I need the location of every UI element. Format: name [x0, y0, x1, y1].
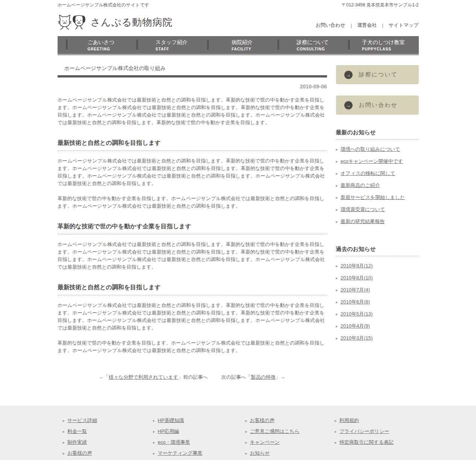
header: さんぷる動物病院 お問い合わせ | 運営会社 | サイトマップ: [0, 10, 476, 36]
list-item: HP基礎知識: [153, 415, 240, 426]
article: ホームページサンプル株式会社の取り組み 2010-09-06 ホームページサンプ…: [58, 65, 327, 381]
section-heading: 最新技術と自然との調和を目指します: [58, 139, 327, 151]
archive-link[interactable]: 2010年8月(10): [341, 275, 373, 281]
list-item: 環境への取り組みについて: [336, 143, 419, 155]
nav-item-staff[interactable]: スタッフ紹介 STAFF: [136, 36, 207, 54]
footer-link[interactable]: サービス詳細: [67, 417, 97, 423]
postal-address: 〒012-3456 見本県見本市サンプル1-2: [342, 2, 419, 8]
footer-link[interactable]: 特定商取引に関する表記: [339, 439, 394, 445]
arrow-circle-icon: [344, 101, 353, 109]
list-item: 2010年7月(4): [336, 284, 419, 296]
nav-item-greeting[interactable]: ごあいさつ GREETING: [66, 36, 137, 54]
footer-column-business: HP基礎知識 HP応用編 eco・環境事業 マーケティング事業: [148, 415, 240, 460]
title-underline: [58, 75, 327, 77]
footer-link[interactable]: お客様の声: [67, 450, 92, 456]
list-item: サービス詳細: [63, 415, 148, 426]
latest-news-block: 最新のお知らせ 環境への取り組みについて ecoキャンペーン開催中です オフィス…: [336, 129, 419, 228]
nav-label: ごあいさつ: [87, 39, 114, 46]
footer-column-legal: 利用規約 プライバシーポリシー 特定商取引に関する表記: [330, 415, 419, 460]
section-paragraph: ホームページサンプル株式会社では最新技術と自然との調和を目指します。革新的な技術…: [58, 157, 327, 187]
footer-link[interactable]: 制作実績: [67, 439, 87, 445]
site-note: ホームページサンプル株式会社のサイトです: [58, 2, 149, 8]
cat-dog-logo-icon: [58, 13, 87, 32]
nav-label: 病院紹介: [231, 39, 252, 46]
list-item: 2010年8月(10): [336, 272, 419, 284]
next-article-link[interactable]: 製品の特徴: [251, 374, 275, 380]
section-paragraph: ホームページサンプル株式会社では最新技術と自然との調和を目指します。革新的な技術…: [58, 241, 327, 271]
list-item: 利用規約: [335, 415, 419, 426]
next-article-suffix: 」→: [275, 374, 285, 380]
sidebar-button-consulting[interactable]: 診察について: [336, 65, 419, 84]
archive-list: 2010年9月(12) 2010年8月(10) 2010年7月(4) 2010年…: [336, 260, 419, 344]
footer-column-voice: お客様の声 ご意見ご感想はこちら キャンペーン お知らせ: [240, 415, 330, 460]
site-logo[interactable]: さんぷる動物病院: [58, 13, 173, 32]
news-link[interactable]: オフィスの移転に関して: [341, 170, 395, 176]
prev-article-prefix: ←「: [99, 374, 109, 380]
footer-link[interactable]: お知らせ: [250, 450, 270, 456]
news-link[interactable]: 最新の研究結果報告: [341, 219, 385, 224]
latest-news-list: 環境への取り組みについて ecoキャンペーン開催中です オフィスの移転に関して …: [336, 143, 419, 228]
list-item: HP応用編: [153, 426, 240, 437]
archive-link[interactable]: 2010年5月(13): [341, 311, 373, 317]
footer-link[interactable]: HP基礎知識: [158, 417, 184, 423]
list-item: 2010年9月(12): [336, 260, 419, 272]
list-item: 環境賞受賞について: [336, 203, 419, 216]
nav-label: 診察について: [297, 39, 328, 46]
section-heading: 最新技術と自然との調和を目指します: [58, 284, 327, 295]
nav-item-facility[interactable]: 病院紹介 FACILITY: [207, 36, 278, 54]
separator: |: [382, 23, 383, 28]
nav-item-puppyclass[interactable]: 子犬のしつけ教室 PUPPYCLASS: [348, 36, 419, 54]
footer-link[interactable]: ご意見ご感想はこちら: [250, 428, 300, 434]
list-item: オフィスの移転に関して: [336, 167, 419, 179]
article-intro: ホームページサンプル株式会社では最新技術と自然との調和を目指します。革新的な技術…: [58, 96, 327, 126]
news-link[interactable]: 新規サービスを開始しました: [341, 194, 405, 200]
list-item: ecoキャンペーン開催中です: [336, 155, 419, 167]
archive-link[interactable]: 2010年7月(4): [341, 287, 370, 293]
archive-link[interactable]: 2010年9月(12): [341, 263, 373, 269]
footer-link[interactable]: お客様の声: [250, 417, 275, 423]
news-link[interactable]: ecoキャンペーン開催中です: [341, 158, 403, 164]
archive-link[interactable]: 2010年3月(15): [341, 335, 373, 341]
footer-link[interactable]: HP応用編: [158, 428, 179, 434]
footer-column-services: サービス詳細 料金一覧 制作実績 お客様の声 会社概要: [58, 415, 148, 460]
news-link[interactable]: 環境への取り組みについて: [341, 146, 400, 152]
list-item: 新規サービスを開始しました: [336, 191, 419, 203]
footer-link[interactable]: eco・環境事業: [158, 439, 190, 445]
latest-news-title: 最新のお知らせ: [336, 129, 419, 140]
news-link[interactable]: 環境賞受賞について: [341, 206, 385, 212]
section-paragraph: 革新的な技術で世の中を動かす企業を目指します。ホームページサンプル株式会社では最…: [58, 195, 327, 210]
news-link[interactable]: 最新商品のご紹介: [341, 182, 380, 188]
header-link-sitemap[interactable]: サイトマップ: [389, 22, 419, 29]
prev-article-link[interactable]: 様々な分野で利用されています: [109, 374, 178, 380]
sidebar: 診察について お問い合わせ 最新のお知らせ 環境への取り組みについて ecoキャ…: [336, 65, 419, 381]
nav-item-consulting[interactable]: 診察について CONSULTING: [277, 36, 348, 54]
header-link-company[interactable]: 運営会社: [357, 22, 377, 29]
nav-sublabel: PUPPYCLASS: [362, 47, 405, 51]
nav-sublabel: STAFF: [155, 47, 187, 51]
separator: |: [351, 23, 352, 28]
archive-link[interactable]: 2010年4月(9): [341, 323, 370, 329]
footer-link[interactable]: 料金一覧: [67, 428, 87, 434]
list-item: お客様の声: [63, 448, 148, 459]
footer-link[interactable]: マーケティング事業: [158, 450, 202, 456]
list-item: キャンペーン: [245, 437, 330, 448]
article-date: 2010-09-06: [58, 83, 327, 90]
footer-link[interactable]: キャンペーン: [250, 439, 280, 445]
next-article-prefix: 次の記事へ「: [221, 374, 251, 380]
list-item: 制作実績: [63, 437, 148, 448]
global-nav: ごあいさつ GREETING スタッフ紹介 STAFF 病院紹介 FACILIT…: [58, 36, 419, 55]
nav-label: スタッフ紹介: [155, 39, 187, 46]
list-item: 2010年3月(15): [336, 332, 419, 344]
footer-link[interactable]: プライバシーポリシー: [339, 428, 389, 434]
list-item: 特定商取引に関する表記: [335, 437, 419, 448]
list-item: 2010年4月(9): [336, 320, 419, 332]
sidebar-button-contact[interactable]: お問い合わせ: [336, 96, 419, 115]
topbar: ホームページサンプル株式会社のサイトです 〒012-3456 見本県見本市サンプ…: [0, 0, 476, 10]
header-link-contact[interactable]: お問い合わせ: [316, 22, 345, 29]
list-item: お客様の声: [245, 415, 330, 426]
list-item: 2010年5月(13): [336, 308, 419, 320]
footer-link[interactable]: 利用規約: [339, 417, 359, 423]
footer: サービス詳細 料金一覧 制作実績 お客様の声 会社概要 HP基礎知識 HP応用編…: [0, 405, 476, 460]
list-item: 料金一覧: [63, 426, 148, 437]
archive-link[interactable]: 2010年6月(8): [341, 299, 370, 305]
